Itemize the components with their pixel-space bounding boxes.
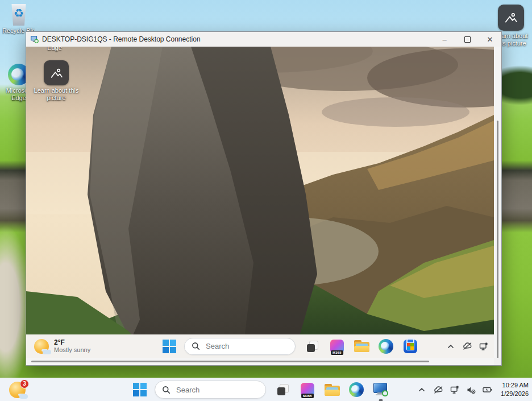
- session-desktop-icon-picture[interactable]: Learn about this picture: [32, 60, 81, 101]
- task-view-icon: [307, 341, 318, 352]
- store-icon: [404, 340, 417, 353]
- screen: ♻ Recycle Bin Microsoft Edge Learn about…: [0, 0, 532, 401]
- maximize-button[interactable]: [456, 32, 479, 47]
- desktop-icon-recycle-bin[interactable]: ♻ Recycle Bin: [2, 3, 35, 35]
- scrollbar-corner: [494, 358, 501, 365]
- picture-info-label: Learn about this picture: [32, 87, 81, 101]
- horizontal-scrollbar-thumb[interactable]: [31, 361, 429, 362]
- clock-date: 1/29/2026: [501, 390, 529, 398]
- tray-onedrive-offline-icon[interactable]: [433, 385, 443, 395]
- rdp-window-title: DESKTOP-DSIG1QS - Remote Desktop Connect…: [42, 35, 201, 43]
- rdp-app-icon: [30, 35, 39, 43]
- search-icon: [192, 342, 200, 350]
- tray-chevron-up-icon[interactable]: [446, 341, 456, 352]
- vertical-scrollbar[interactable]: [494, 47, 501, 358]
- store-button[interactable]: [402, 338, 419, 355]
- tray-onedrive-offline-icon[interactable]: [462, 341, 472, 352]
- tray-battery-charging-icon[interactable]: [483, 385, 493, 395]
- edge-button[interactable]: [377, 338, 394, 355]
- edge-button[interactable]: [348, 381, 365, 398]
- picture-info-icon: [498, 5, 524, 31]
- folder-icon: [354, 340, 369, 352]
- rdp-window: DESKTOP-DSIG1QS - Remote Desktop Connect…: [26, 31, 502, 366]
- edge-icon: [349, 382, 364, 397]
- session-taskbar: 2°F Mostly sunny: [26, 334, 494, 358]
- host-widget-button[interactable]: 3: [9, 378, 26, 401]
- session-taskbar-center: M365: [162, 334, 419, 358]
- start-button[interactable]: [162, 339, 177, 354]
- task-view-button[interactable]: [304, 338, 321, 355]
- host-taskbar-center: M365: [132, 378, 389, 401]
- horizontal-scrollbar[interactable]: [26, 358, 494, 365]
- tray-display-connect-icon[interactable]: [479, 341, 489, 352]
- notification-badge: 3: [20, 379, 29, 388]
- weather-condition: Mostly sunny: [54, 346, 90, 354]
- start-button[interactable]: [132, 382, 147, 397]
- file-explorer-button[interactable]: [353, 338, 370, 355]
- tray-display-connect-icon[interactable]: [450, 385, 460, 395]
- rdp-titlebar[interactable]: DESKTOP-DSIG1QS - Remote Desktop Connect…: [26, 32, 501, 47]
- recycle-bin-icon: ♻: [9, 3, 29, 26]
- session-weather-widget[interactable]: 2°F Mostly sunny: [34, 334, 90, 358]
- search-input[interactable]: [205, 341, 281, 351]
- weather-icon: [34, 339, 49, 354]
- search-box[interactable]: [155, 381, 266, 399]
- host-tray: 10:29 AM 1/29/2026: [417, 378, 529, 401]
- m365-copilot-button[interactable]: M365: [299, 381, 316, 398]
- close-button[interactable]: ✕: [479, 32, 501, 47]
- session-wallpaper: [26, 47, 494, 358]
- clock-time: 10:29 AM: [501, 381, 529, 390]
- picture-info-icon: [44, 60, 69, 85]
- edge-icon: [379, 339, 393, 354]
- m365-copilot-button[interactable]: M365: [329, 338, 346, 355]
- file-explorer-button[interactable]: [323, 381, 340, 398]
- remote-desktop-icon: [373, 383, 388, 396]
- host-taskbar: 3 M365: [0, 378, 532, 401]
- search-input[interactable]: [175, 385, 251, 395]
- minimize-button[interactable]: –: [433, 32, 456, 47]
- search-box[interactable]: [184, 338, 296, 355]
- vertical-scrollbar-thumb[interactable]: [497, 121, 498, 358]
- m365-icon: M365: [301, 383, 314, 396]
- task-view-icon: [277, 384, 289, 395]
- tray-volume-muted-icon[interactable]: [466, 385, 476, 395]
- remote-desktop-app-button[interactable]: [372, 381, 389, 398]
- rdp-session-viewport: Edge Learn about this picture 2°F: [26, 47, 494, 358]
- tray-chevron-up-icon[interactable]: [417, 385, 427, 395]
- search-icon: [162, 386, 171, 394]
- weather-icon: 3: [9, 382, 26, 398]
- clock[interactable]: 10:29 AM 1/29/2026: [501, 381, 529, 398]
- session-tray: [446, 334, 494, 358]
- folder-icon: [325, 384, 340, 396]
- maximize-icon: [464, 36, 471, 43]
- m365-icon: M365: [330, 340, 344, 353]
- session-desktop-icon-edge-label[interactable]: Edge: [38, 47, 72, 51]
- task-view-button[interactable]: [275, 381, 292, 398]
- weather-temp: 2°F: [54, 338, 90, 346]
